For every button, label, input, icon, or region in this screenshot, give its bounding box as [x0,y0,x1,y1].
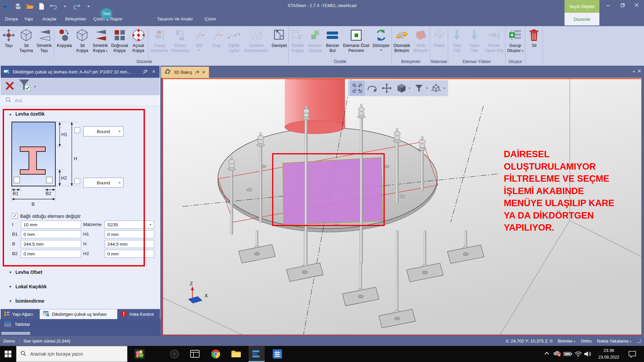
bound-bottom-checkbox[interactable] [74,178,80,184]
filter-icon[interactable] [18,79,32,94]
ribbon-button-simetrik-kopya[interactable]: SimetrikKopya ▾ [91,27,109,53]
section-levha-ofset[interactable]: ▼Levha Ofset [9,269,42,275]
speaker-icon[interactable] [584,351,592,357]
patlat-icon [433,27,445,43]
search-input[interactable]: Ara [1,95,160,106]
ribbon-button-gurup-olustur[interactable]: GurupOluştur ▾ [505,27,525,53]
field-h2[interactable]: 0 mm [105,250,154,258]
menu-dosya[interactable]: Dosya [5,16,18,21]
stasteel-app-icon[interactable] [249,346,265,362]
ribbon-button-otomatik-birlesim[interactable]: OtomatikBirleşim [392,27,412,53]
tab-duzenle-contextual[interactable]: Düzenle [565,13,599,25]
clear-filter-icon[interactable] [5,81,14,92]
grid-app-icon[interactable] [269,346,285,362]
pin-icon[interactable] [143,69,148,75]
menu-birlesimler[interactable]: Birleşimler [65,16,86,21]
menu-cizim[interactable]: Çizim [205,16,216,21]
panel-tab-dikdortgen-cubuk-uc-levhasi[interactable]: Dikdörtgen çubuk uç levhası [40,309,117,319]
yeniden-konumlandir-icon [250,27,263,43]
3d-tasima-icon [20,27,33,43]
field-b1[interactable]: 0 mm [21,230,81,238]
attach-element-checkbox[interactable]: ✓ [12,213,18,219]
filter-icon-dropdown[interactable]: ▾ [426,86,428,90]
resize-grip[interactable] [637,339,641,343]
notification-center-icon[interactable] [628,350,637,358]
view-cube-icon-dropdown[interactable]: ▾ [443,86,445,90]
start-button[interactable] [0,346,16,362]
close-button[interactable] [630,0,643,10]
field-b2[interactable]: 0 mm [21,250,81,258]
orbit-icon[interactable] [365,81,379,96]
bound-top-select[interactable]: Bound▾ [83,126,123,136]
menu-araclar[interactable]: Araçlar [42,16,57,21]
ribbon-button-patlat: Patlat [430,27,448,48]
filter-icon[interactable] [412,81,426,96]
display-mode-icon-dropdown[interactable]: ▾ [409,86,411,90]
ribbon-button-acisal-kopya[interactable]: AçısalKopya [130,27,147,53]
chrome-icon[interactable] [208,346,224,362]
image-thumbnail-icon[interactable] [131,346,148,362]
ortho-toggle[interactable]: Ortho [581,339,592,344]
bound-top-checkbox[interactable] [74,127,80,133]
filter-dropdown-icon[interactable]: ▾ [34,85,36,88]
ribbon-button-sil[interactable]: Sil [525,27,543,48]
ribbon-button-dogrusal-kopya[interactable]: DoğrusalKopya [110,27,130,53]
ribbon-button-yuzey-hizalama: YüzeyHizalama [149,27,170,53]
menu-tasarim-ve-analiz[interactable]: Tasarım Ve Analiz [157,16,193,21]
tray-chevron-icon[interactable] [544,352,549,355]
dim-b-label: B [32,201,35,207]
ribbon-button-donustur[interactable]: Dönüştür▾ [371,27,391,52]
panel-title-icon [3,68,10,75]
selected-purple-plate[interactable] [283,158,383,225]
tab-selected-objects[interactable]: Seçili Objeler [565,0,599,13]
dark-app-icon[interactable] [166,346,182,362]
field-h1[interactable]: 0 mm [105,230,154,238]
battery-icon[interactable] [564,352,572,356]
window-app-icon[interactable] [187,346,203,362]
ribbon-button-genislet[interactable]: Genişlet [270,27,289,48]
ribbon-button-3d-kopya[interactable]: 3dKopya [73,27,91,53]
pan-icon[interactable] [379,81,394,96]
field-b[interactable]: 244,5 mm [21,240,81,248]
strip-close-icon[interactable]: ✕ [637,68,641,74]
panel-tab-hata-kontrol[interactable]: Hata Kontrol [117,309,160,319]
ribbon-button-elemane-ozel-pencere[interactable]: Elemane ÖzelPencere [341,27,371,53]
fit-view-icon[interactable] [350,81,365,96]
tab-close-icon[interactable]: ✕ [202,70,206,75]
minimize-button[interactable] [601,0,615,10]
wifi-icon[interactable] [574,351,582,357]
snap-dropdown[interactable]: Nokta Yakalama ▾ [597,339,631,344]
ribbon-button-simetrik-tasi[interactable]: SimetrikTaşı [35,27,53,53]
file-explorer-icon[interactable] [228,346,244,362]
ribbon-button-tasi[interactable]: Taşı [0,27,17,48]
units-dropdown[interactable]: Birimler ▾ [558,339,575,344]
tables-button[interactable]: Tablolar [4,321,30,328]
section-levha-ozellik[interactable]: ▲ Levha özellik [9,111,45,117]
view-cube-icon[interactable] [429,81,443,96]
section-isimlendirme[interactable]: ▼İsimlendirme [9,298,44,304]
ribbon-button-kopyala[interactable]: Kopyala [55,27,73,48]
tab-pin-icon[interactable] [195,70,199,75]
field-h[interactable]: 244,5 mm [105,240,154,248]
panel-tab-yapi-agaci[interactable]: Yapı Ağacı [1,309,40,319]
clock[interactable]: 23:36 23.09.2022 [594,347,623,361]
section-lokal-kaciklik[interactable]: ▼Lokal Kaçıklık [9,284,47,289]
bound-bottom-select[interactable]: Bound▾ [83,178,123,188]
taskbar-search-input[interactable]: Aramak için buraya yazın [16,346,127,362]
menu-yapi[interactable]: Yapı [24,16,33,21]
ribbon-button-yayili-yuk: YayılıYük [466,27,483,53]
ribbon-button-3d-tasima[interactable]: 3dTaşıma [17,27,35,53]
tab-3d-bakis[interactable]: 3D Bakış ✕ [161,67,209,78]
field-t[interactable]: 10 mm [21,221,81,229]
last-operation-label: Son işlem süresi (0,344) [23,339,70,344]
panel-close-icon[interactable]: ✕ [152,69,156,74]
ribbon-button-benzer-bul[interactable]: BenzerBul [324,27,341,53]
3d-viewport[interactable]: Z X ▾▾▾ DAİRESELOLUŞTURULAMIYORFİLTRELEM… [162,78,642,335]
display-mode-icon[interactable] [394,81,409,96]
field-label-h1: H1 [83,232,89,237]
onedrive-error-icon[interactable] [553,350,561,357]
field-malzeme[interactable]: S235▾ [105,221,154,229]
restore-button[interactable] [616,0,629,10]
kopyala-icon [58,27,70,43]
tab-list-dropdown-icon[interactable]: ▾ [633,70,635,73]
